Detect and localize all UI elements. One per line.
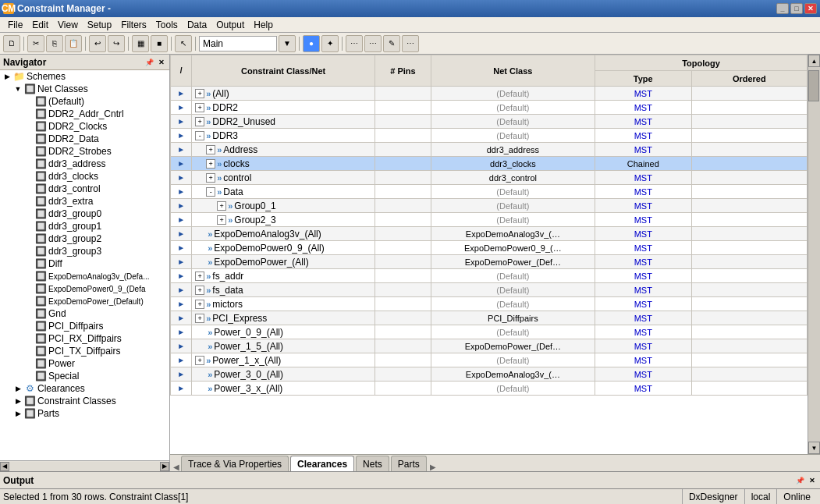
tree-item-expo-power0[interactable]: 🔲 ExpoDemoPower0_9_(Defa [0,282,169,295]
expand-schemes[interactable]: ▶ [2,71,12,82]
menu-data[interactable]: Data [183,19,211,31]
expand-btn[interactable]: + [217,215,226,225]
tree-item-pci-diff[interactable]: 🔲 PCI_Diffpairs [0,320,169,332]
tree-item-ddr3-group2[interactable]: 🔲 ddr3_group2 [0,232,169,245]
cell-type[interactable]: MST [595,87,691,101]
menu-output[interactable]: Output [211,19,249,31]
close-button[interactable]: ✕ [804,3,817,14]
toolbar-cut-btn[interactable]: ✂ [27,35,44,52]
cell-netclass[interactable]: (Default) [431,283,595,297]
cell-netclass[interactable]: ExpoDemoPower_(Def… [431,339,595,353]
main-dropdown[interactable]: Main [199,36,277,51]
tree-item-ddr3-group1[interactable]: 🔲 ddr3_group1 [0,220,169,232]
menu-tools[interactable]: Tools [151,19,183,31]
cell-type[interactable]: MST [595,353,691,367]
col-header-pins[interactable]: # Pins [375,55,431,87]
cell-netclass[interactable]: ExpoDemoAnalog3v_(… [431,367,595,382]
nav-scroll-left[interactable]: ◀ [0,462,9,471]
cell-name[interactable]: +»Group0_1 [192,199,375,213]
cell-type[interactable]: MST [595,283,691,297]
cell-type[interactable]: MST [595,213,691,227]
expand-constraint-classes[interactable]: ▶ [12,396,23,406]
cell-name[interactable]: +»clocks [192,157,375,171]
cell-netclass[interactable]: ddr3_address [431,143,595,157]
menu-view[interactable]: View [53,19,83,31]
nav-scroll-right[interactable]: ▶ [160,462,169,471]
scroll-up-btn[interactable]: ▲ [808,55,820,67]
cell-name[interactable]: -»Data [192,185,375,199]
cell-netclass[interactable]: (Default) [431,185,595,199]
table-row[interactable]: ►-»DDR3(Default)MST [171,129,808,143]
cell-name[interactable]: »ExpoDemoPower_(All) [192,255,375,269]
cell-name[interactable]: »Power_3_0_(All) [192,367,375,382]
cell-name[interactable]: +»PCI_Express [192,311,375,325]
expand-btn[interactable]: + [195,314,204,323]
cell-netclass[interactable]: (Default) [431,382,595,396]
cell-name[interactable]: »Power_1_5_(All) [192,339,375,353]
menu-setup[interactable]: Setup [83,19,116,31]
table-row[interactable]: ►+»DDR2(Default)MST [171,101,808,115]
expand-btn[interactable]: + [206,159,215,169]
cell-netclass[interactable]: ExpoDemoPower_(Def… [431,255,595,269]
cell-name[interactable]: +»DDR2 [192,101,375,115]
table-row[interactable]: ►+»Power_1_x_(All)(Default)MST [171,353,808,367]
tree-item-power[interactable]: 🔲 Power [0,357,169,370]
table-row[interactable]: ►+»DDR2_Unused(Default)MST [171,115,808,129]
cell-name[interactable]: »Power_0_9_(All) [192,325,375,339]
table-row[interactable]: ►»ExpoDemoPower0_9_(All)ExpoDemoPower0_9… [171,241,808,255]
table-row[interactable]: ►»Power_1_5_(All)ExpoDemoPower_(Def…MST [171,339,808,353]
tree-item-pci-rx[interactable]: 🔲 PCI_RX_Diffpairs [0,332,169,345]
cell-netclass[interactable]: ddr3_control [431,171,595,185]
cell-name[interactable]: +»(All) [192,87,375,101]
cell-type[interactable]: MST [595,101,691,115]
expand-btn[interactable]: + [195,103,204,112]
cell-netclass[interactable]: ExpoDemoAnalog3v_(… [431,227,595,241]
table-row[interactable]: ►+»(All)(Default)MST [171,87,808,101]
cell-name[interactable]: +»Group2_3 [192,213,375,227]
tab-clearances[interactable]: Clearances [290,456,354,471]
toolbar-new-btn[interactable]: 🗋 [3,35,20,52]
cell-type[interactable]: MST [595,227,691,241]
toolbar-redo-btn[interactable]: ↪ [108,35,125,52]
table-row[interactable]: ►»Power_0_9_(All)(Default)MST [171,325,808,339]
table-row[interactable]: ►+»fs_addr(Default)MST [171,269,808,283]
col-header-name[interactable]: Constraint Class/Net [192,55,375,87]
tree-item-gnd[interactable]: 🔲 Gnd [0,307,169,320]
tree-item-ddr3-address[interactable]: 🔲 ddr3_address [0,158,169,170]
cell-netclass[interactable]: (Default) [431,325,595,339]
scroll-track[interactable] [808,67,820,442]
expand-btn[interactable]: + [195,272,204,281]
tree-item-parts[interactable]: ▶ 🔲 Parts [0,407,169,420]
toolbar-btn11[interactable]: ⋯ [364,35,382,52]
cell-type[interactable]: MST [595,269,691,283]
toolbar-dropdown-arrow[interactable]: ▼ [279,35,296,52]
nav-pin-btn[interactable]: 📌 [144,59,155,66]
cell-netclass[interactable]: ddr3_clocks [431,157,595,171]
cell-type[interactable]: MST [595,325,691,339]
cell-name[interactable]: -»DDR3 [192,129,375,143]
expand-btn[interactable]: + [206,173,215,183]
cell-netclass[interactable]: (Default) [431,199,595,213]
cell-type[interactable]: MST [595,171,691,185]
tree-item-default[interactable]: 🔲 (Default) [0,95,169,108]
cell-type[interactable]: MST [595,367,691,382]
cell-name[interactable]: +»fs_data [192,283,375,297]
cell-type[interactable]: MST [595,297,691,311]
table-row[interactable]: ►+»mictors(Default)MST [171,297,808,311]
toolbar-btn5[interactable]: ▦ [132,35,149,52]
cell-netclass[interactable]: (Default) [431,353,595,367]
maximize-button[interactable]: □ [790,3,803,14]
col-header-type[interactable]: Type [595,71,691,87]
table-row[interactable]: ►+»clocksddr3_clocksChained [171,157,808,171]
cell-name[interactable]: +»mictors [192,297,375,311]
tree-item-ddr3-group0[interactable]: 🔲 ddr3_group0 [0,208,169,220]
expand-btn[interactable]: + [195,117,204,126]
cell-netclass[interactable]: (Default) [431,87,595,101]
tab-nets[interactable]: Nets [356,456,389,471]
menu-help[interactable]: Help [249,19,278,31]
nav-close-btn[interactable]: ✕ [157,59,166,66]
cell-netclass[interactable]: (Default) [431,297,595,311]
right-scrollbar[interactable]: ▲ ▼ [808,55,820,454]
col-header-netclass[interactable]: Net Class [431,55,595,87]
toolbar-btn10[interactable]: ⋯ [346,35,363,52]
